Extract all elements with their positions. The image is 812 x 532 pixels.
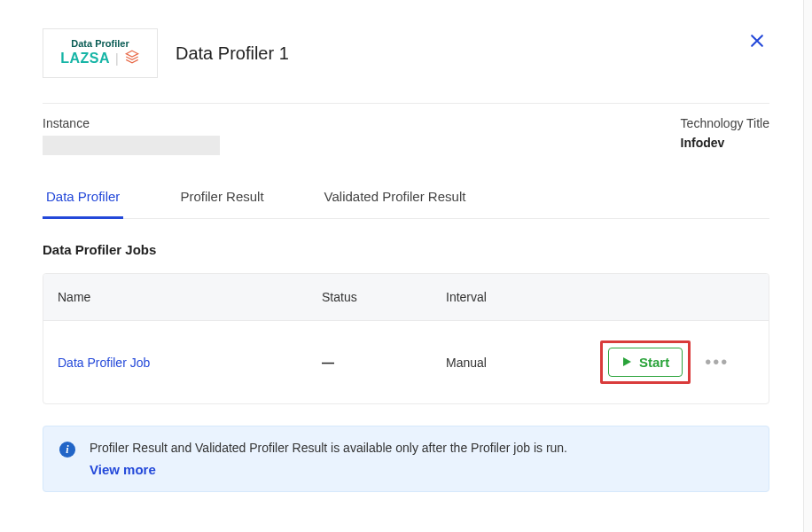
meta-row: Instance Technology Title Infodev [43,116,769,155]
table-header-row: Name Status Interval [43,274,769,321]
info-text: Profiler Result and Validated Profiler R… [90,441,567,455]
job-actions: Start ••• [591,321,769,403]
header: Data Profiler LAZSA | Data Profiler 1 [43,28,769,78]
job-interval: Manual [432,336,591,389]
tabs: Data Profiler Profiler Result Validated … [43,180,769,219]
info-box: i Profiler Result and Validated Profiler… [43,426,769,492]
tab-data-profiler[interactable]: Data Profiler [43,180,123,219]
logo-divider: | [115,51,119,66]
tab-validated-profiler-result[interactable]: Validated Profiler Result [321,180,470,219]
logo-bottom: LAZSA | [60,49,139,68]
start-button[interactable]: Start [608,348,683,377]
th-actions [591,281,769,313]
start-highlight: Start [600,340,691,384]
stack-icon [124,49,140,68]
start-button-label: Start [639,355,669,370]
more-options-button[interactable]: ••• [701,348,732,376]
th-status: Status [308,274,432,320]
logo-brand: LAZSA [60,51,110,66]
right-edge [803,0,812,532]
play-icon [621,355,632,370]
divider [43,103,769,104]
view-more-link[interactable]: View more [90,462,567,477]
th-name: Name [43,274,308,320]
jobs-table: Name Status Interval Data Profiler Job —… [43,273,769,404]
logo-top-text: Data Profiler [71,38,129,49]
page-title: Data Profiler 1 [176,43,289,64]
logo: Data Profiler LAZSA | [43,28,158,78]
info-content: Profiler Result and Validated Profiler R… [90,441,567,477]
header-left: Data Profiler LAZSA | Data Profiler 1 [43,28,289,78]
job-name-link[interactable]: Data Profiler Job [43,336,308,389]
technology-label: Technology Title [681,116,769,130]
close-button[interactable] [745,28,769,57]
instance-label: Instance [43,116,220,130]
technology-value: Infodev [681,136,769,150]
tab-profiler-result[interactable]: Profiler Result [176,180,267,219]
th-interval: Interval [432,274,591,320]
meta-instance: Instance [43,116,220,155]
meta-technology: Technology Title Infodev [681,116,769,155]
section-title: Data Profiler Jobs [43,242,769,257]
job-status: — [308,336,432,389]
table-row: Data Profiler Job — Manual Start ••• [43,321,769,403]
info-icon: i [59,442,75,458]
instance-value-placeholder [43,136,220,155]
